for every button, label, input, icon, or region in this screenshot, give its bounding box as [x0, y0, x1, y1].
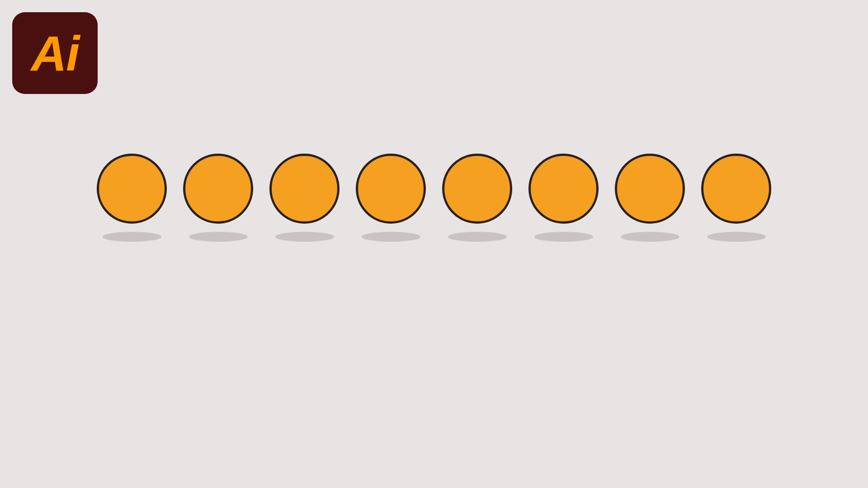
shadow-8 — [707, 232, 766, 242]
shadow-7 — [621, 232, 679, 242]
circle-item-1 — [97, 154, 167, 242]
circle-6 — [528, 154, 599, 224]
circle-4 — [356, 154, 426, 224]
circle-3 — [269, 154, 340, 224]
shadow-3 — [275, 232, 334, 242]
circle-item-6 — [528, 154, 599, 242]
circle-8 — [701, 154, 771, 224]
circle-2 — [183, 154, 253, 224]
circle-item-7 — [615, 154, 685, 242]
shadow-6 — [534, 232, 593, 242]
circles-row — [0, 154, 868, 242]
shadow-2 — [189, 232, 248, 242]
circle-item-8 — [701, 154, 771, 242]
shadow-4 — [362, 232, 420, 242]
circle-1 — [97, 154, 167, 224]
ai-logo: Ai — [12, 12, 98, 94]
circle-item-3 — [269, 154, 340, 242]
circle-item-2 — [183, 154, 253, 242]
circle-7 — [615, 154, 685, 224]
circle-item-4 — [356, 154, 426, 242]
shadow-5 — [448, 232, 507, 242]
circle-5 — [442, 154, 512, 224]
circle-item-5 — [442, 154, 512, 242]
shadow-1 — [103, 232, 161, 242]
ai-logo-text: Ai — [31, 28, 79, 78]
